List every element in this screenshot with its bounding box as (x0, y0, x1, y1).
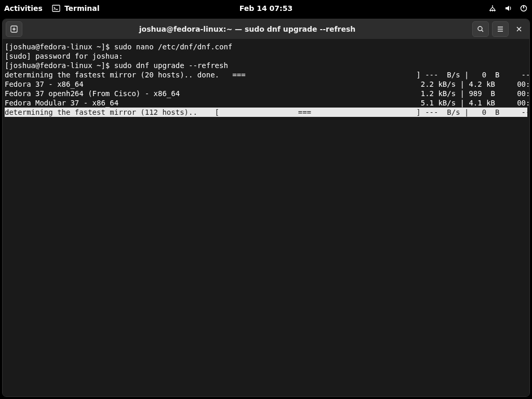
terminal-icon (52, 4, 60, 12)
terminal-line: determining the fastest mirror (112 host… (5, 108, 527, 117)
search-button[interactable] (472, 21, 489, 37)
terminal-output[interactable]: [joshua@fedora-linux ~]$ sudo nano /etc/… (3, 39, 529, 396)
activities-button[interactable]: Activities (4, 4, 43, 12)
terminal-line: determining the fastest mirror (20 hosts… (5, 70, 527, 79)
terminal-line: [joshua@fedora-linux ~]$ sudo nano /etc/… (5, 42, 527, 51)
close-button[interactable] (512, 22, 526, 36)
network-icon (488, 4, 497, 12)
hamburger-menu-button[interactable] (492, 21, 509, 37)
system-tray[interactable] (488, 4, 528, 12)
svg-point-4 (478, 26, 482, 31)
window-title: joshua@fedora-linux:~ — sudo dnf upgrade… (25, 25, 469, 33)
terminal-line: Fedora Modular 37 - x86_64 5.1 kB/s | 4.… (5, 98, 527, 108)
svg-line-5 (482, 30, 483, 32)
window-titlebar: joshua@fedora-linux:~ — sudo dnf upgrade… (3, 19, 529, 39)
terminal-line: Fedora 37 openh264 (From Cisco) - x86_64… (5, 89, 527, 98)
power-icon (520, 4, 528, 12)
terminal-line: [sudo] password for joshua: (5, 51, 527, 61)
app-menu-label: Terminal (64, 4, 100, 12)
gnome-top-bar: Activities Terminal Feb 14 07:53 (0, 0, 532, 17)
clock[interactable]: Feb 14 07:53 (240, 4, 292, 12)
new-tab-button[interactable] (6, 21, 22, 37)
app-menu[interactable]: Terminal (52, 4, 100, 12)
svg-rect-0 (52, 5, 60, 11)
terminal-line: [joshua@fedora-linux ~]$ sudo dnf upgrad… (5, 61, 527, 70)
terminal-line: Fedora 37 - x86_64 2.2 kB/s | 4.2 kB 00:… (5, 79, 527, 89)
volume-icon (504, 4, 512, 12)
terminal-window: joshua@fedora-linux:~ — sudo dnf upgrade… (2, 19, 530, 397)
